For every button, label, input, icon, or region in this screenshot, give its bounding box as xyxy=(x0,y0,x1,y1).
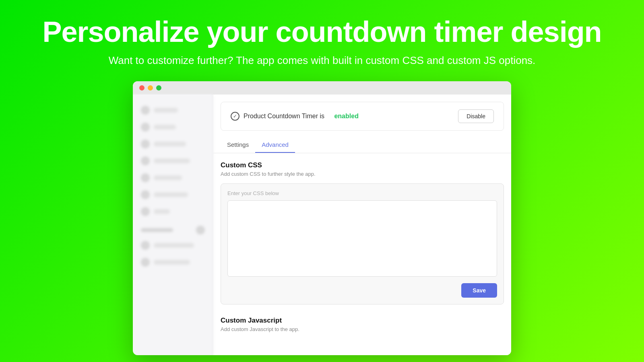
avatar xyxy=(141,207,150,216)
avatar xyxy=(141,241,150,250)
sidebar xyxy=(133,95,213,355)
sidebar-item xyxy=(133,103,213,118)
tab-advanced[interactable]: Advanced xyxy=(255,137,295,153)
save-row: Save xyxy=(227,283,497,298)
sidebar-item xyxy=(133,170,213,185)
sidebar-item xyxy=(133,187,213,202)
tabs-container: Settings Advanced xyxy=(213,137,511,153)
status-text: ✓ Product Countdown Timer is enabled xyxy=(231,112,359,121)
css-input-label: Enter your CSS below xyxy=(227,190,497,196)
sidebar-sub-item xyxy=(133,238,213,253)
custom-css-title: Custom CSS xyxy=(221,161,504,169)
avatar xyxy=(141,156,150,165)
custom-js-section: Custom Javascript Add custom Javascript … xyxy=(213,309,511,339)
avatar xyxy=(141,123,150,132)
dot-red-icon xyxy=(139,85,144,90)
css-textarea[interactable] xyxy=(227,200,497,277)
page-title: Personalize your countdown timer design xyxy=(42,16,601,48)
dot-yellow-icon xyxy=(148,85,153,90)
page-subtitle: Want to customize further? The app comes… xyxy=(109,54,536,67)
sidebar-label xyxy=(154,158,190,163)
sidebar-item xyxy=(133,119,213,135)
avatar xyxy=(141,173,150,182)
status-enabled-label: enabled xyxy=(334,113,358,120)
sidebar-label xyxy=(154,108,178,113)
sidebar-item xyxy=(133,204,213,219)
check-circle-icon: ✓ xyxy=(231,112,239,121)
custom-css-card: Enter your CSS below Save xyxy=(221,183,504,304)
avatar xyxy=(141,140,150,148)
custom-js-title: Custom Javascript xyxy=(221,317,504,325)
save-button[interactable]: Save xyxy=(461,283,497,298)
sidebar-label xyxy=(154,260,190,265)
sidebar-label xyxy=(154,125,176,130)
sidebar-section-label xyxy=(141,228,173,232)
avatar xyxy=(141,258,150,267)
sidebar-label xyxy=(154,243,194,248)
disable-button[interactable]: Disable xyxy=(458,109,494,123)
sidebar-sub-item xyxy=(133,255,213,270)
sidebar-item xyxy=(133,153,213,169)
main-content: ✓ Product Countdown Timer is enabled Dis… xyxy=(213,95,511,355)
avatar xyxy=(141,190,150,199)
tab-settings[interactable]: Settings xyxy=(221,137,255,153)
browser-window: ✓ Product Countdown Timer is enabled Dis… xyxy=(133,81,511,355)
browser-body: ✓ Product Countdown Timer is enabled Dis… xyxy=(133,95,511,355)
sidebar-item xyxy=(133,136,213,152)
status-bar: ✓ Product Countdown Timer is enabled Dis… xyxy=(221,102,504,131)
custom-js-description: Add custom Javascript to the app. xyxy=(221,326,504,332)
avatar xyxy=(141,106,150,115)
sidebar-section-icon xyxy=(196,226,205,234)
custom-css-description: Add custom CSS to further style the app. xyxy=(221,171,504,177)
status-label: Product Countdown Timer is xyxy=(244,113,324,120)
dot-green-icon xyxy=(156,85,161,90)
sidebar-label xyxy=(154,175,182,180)
browser-titlebar xyxy=(133,81,511,95)
sidebar-label xyxy=(154,209,170,214)
sidebar-label xyxy=(154,142,186,146)
custom-css-section: Custom CSS Add custom CSS to further sty… xyxy=(213,153,511,183)
sidebar-label xyxy=(154,192,188,197)
